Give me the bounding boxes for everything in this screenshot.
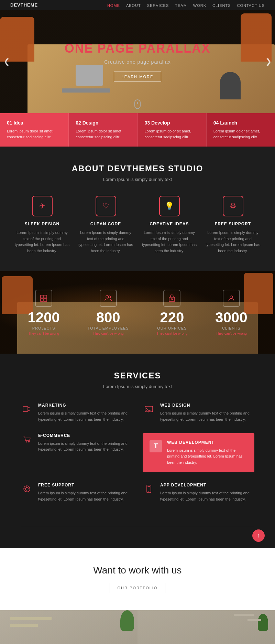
divider-section: ↑ bbox=[0, 520, 275, 548]
service-webdesign-title: WEB DESIGN bbox=[160, 403, 254, 408]
feature-creative-ideas-title: CREATIVE IDEAS bbox=[141, 222, 198, 226]
navbar: DEVTHEME HOME ABOUT SERVICES TEAM WORK C… bbox=[0, 0, 275, 10]
nav-item-contact[interactable]: CONTACT US bbox=[237, 3, 265, 8]
nav-logo[interactable]: DEVTHEME bbox=[10, 2, 38, 8]
cta-section: Want to work with us OUR PORTFOLIO bbox=[0, 548, 275, 610]
stat-employees-desc: They can't be wrong bbox=[88, 332, 129, 335]
hero-title-plain: ONE PAGE bbox=[65, 41, 139, 55]
nav-item-services[interactable]: SERVICES bbox=[147, 3, 169, 8]
stat-offices-number: 220 bbox=[157, 310, 188, 325]
service-webdesign-text: Lorem ipsum is simply dummy text of the … bbox=[160, 410, 254, 422]
nav-item-clients[interactable]: CLIENTS bbox=[212, 3, 231, 8]
stat-clients-number: 3000 bbox=[215, 310, 247, 325]
service-webdev-title: WEB DEVELOPMENT bbox=[167, 440, 248, 445]
step-1-title: 01 Idea bbox=[7, 120, 62, 126]
offices-icon bbox=[163, 290, 180, 307]
feature-sleek-design-text: Lorem Ipsum is simply dummy text of the … bbox=[14, 230, 70, 254]
stat-clients-desc: They can't be wrong bbox=[215, 332, 247, 335]
nav-item-team[interactable]: TEAM bbox=[175, 3, 187, 8]
nav-item-home[interactable]: HOME bbox=[107, 3, 120, 8]
stat-projects-desc: They can't be wrong bbox=[28, 332, 59, 335]
service-webdev-content: WEB DEVELOPMENT Lorem ipsum is simply du… bbox=[167, 440, 248, 466]
service-freesupport-text: Lorem ipsum is simply dummy text of the … bbox=[38, 490, 132, 502]
service-appdev: APP DEVELOPMENT Lorem ipsum is simply du… bbox=[143, 483, 254, 502]
nav-item-about[interactable]: ABOUT bbox=[126, 3, 141, 8]
nav-links: HOME ABOUT SERVICES TEAM WORK CLIENTS CO… bbox=[107, 2, 265, 8]
stat-employees: 800 TOTAL EMPLOYEES They can't be wrong bbox=[88, 290, 129, 335]
stats-content: 1200 PROJECTS They can't be wrong 800 TO… bbox=[0, 271, 275, 354]
hero-title: ONE PAGE PARALLAX bbox=[65, 41, 211, 56]
service-ecommerce-text: Lorem ipsum is simply dummy text of the … bbox=[38, 441, 132, 453]
feature-free-support: ⚙ FREE SUPPORT Lorem Ipsum is simply dum… bbox=[205, 196, 261, 254]
hero-learn-more-button[interactable]: LEARN MORE bbox=[114, 72, 162, 82]
feature-sleek-design-title: SLEEK DESIGN bbox=[14, 222, 70, 226]
feature-free-support-title: FREE SUPPORT bbox=[205, 222, 261, 226]
hero-next-arrow[interactable]: ❯ bbox=[265, 57, 272, 66]
svg-rect-2 bbox=[41, 299, 43, 301]
portfolio-image-right: 🌿 bbox=[138, 610, 275, 644]
hero-prev-arrow[interactable]: ❮ bbox=[3, 57, 10, 66]
step-1-text: Lorem ipsum dolor sit amet, consetetur s… bbox=[7, 128, 62, 140]
stat-employees-label: TOTAL EMPLOYEES bbox=[88, 326, 129, 330]
feature-free-support-text: Lorem Ipsum is simply dummy text of the … bbox=[205, 230, 261, 254]
features-grid: ✈ SLEEK DESIGN Lorem Ipsum is simply dum… bbox=[14, 196, 261, 254]
services-section: SERVICES Lorem Ipsum is simply dummy tex… bbox=[0, 354, 275, 519]
service-ecommerce-content: E-COMMERCE Lorem ipsum is simply dummy t… bbox=[38, 433, 132, 453]
about-subtitle: Lorem Ipsum is simply dummy text bbox=[14, 177, 261, 182]
stat-projects: 1200 PROJECTS They can't be wrong bbox=[28, 290, 59, 335]
nav-item-work[interactable]: WORK bbox=[193, 3, 206, 8]
feature-creative-ideas: 💡 CREATIVE IDEAS Lorem Ipsum is simply d… bbox=[141, 196, 198, 254]
stat-clients: 3000 CLIENTS They can't be wrong bbox=[215, 290, 247, 335]
hero-subtitle: Creative one page parallax bbox=[65, 59, 211, 65]
service-webdev: T WEB DEVELOPMENT Lorem ipsum is simply … bbox=[143, 433, 254, 473]
marketing-icon bbox=[21, 403, 33, 415]
stat-offices: 220 OUR OFFICES They can't be wrong bbox=[157, 290, 188, 335]
freesupport-icon bbox=[21, 483, 33, 495]
step-2: 02 Design Lorem ipsum dolor sit amet, co… bbox=[69, 113, 138, 147]
appdev-icon bbox=[143, 483, 155, 495]
step-3-text: Lorem ipsum dolor sit amet, consetetur s… bbox=[145, 128, 199, 140]
svg-point-7 bbox=[171, 299, 173, 300]
svg-rect-3 bbox=[44, 299, 47, 301]
stat-offices-desc: They can't be wrong bbox=[157, 332, 188, 335]
stat-employees-number: 800 bbox=[88, 310, 129, 325]
feature-sleek-design: ✈ SLEEK DESIGN Lorem Ipsum is simply dum… bbox=[14, 196, 70, 254]
service-appdev-title: APP DEVELOPMENT bbox=[160, 483, 254, 487]
svg-rect-0 bbox=[41, 295, 43, 298]
free-support-icon: ⚙ bbox=[223, 196, 243, 216]
svg-point-8 bbox=[230, 296, 233, 299]
scroll-up-button[interactable]: ↑ bbox=[252, 529, 265, 542]
service-webdev-text: Lorem ipsum is simply dummy text of the … bbox=[167, 448, 248, 466]
hero-section: ❮ ONE PAGE PARALLAX Creative one page pa… bbox=[0, 10, 275, 113]
sleek-design-icon: ✈ bbox=[32, 196, 53, 216]
webdev-icon: T bbox=[150, 440, 162, 452]
step-3-title: 03 Develop bbox=[145, 120, 199, 126]
portfolio-section: 🌿 bbox=[0, 610, 275, 644]
service-freesupport-content: FREE SUPPORT Lorem ipsum is simply dummy… bbox=[38, 483, 132, 502]
scroll-up-area: ↑ bbox=[0, 527, 275, 544]
step-2-title: 02 Design bbox=[76, 120, 130, 126]
svg-rect-10 bbox=[145, 406, 153, 412]
stats-section: 1200 PROJECTS They can't be wrong 800 TO… bbox=[0, 271, 275, 354]
svg-rect-6 bbox=[169, 297, 175, 301]
portfolio-image-left bbox=[0, 610, 138, 644]
hero-content: ONE PAGE PARALLAX Creative one page para… bbox=[65, 41, 211, 82]
stat-offices-label: OUR OFFICES bbox=[157, 326, 188, 330]
projects-icon bbox=[35, 290, 52, 307]
scroll-indicator bbox=[134, 99, 141, 109]
services-subtitle: Lorem Ipsum is simply dummy text bbox=[21, 384, 254, 389]
step-1: 01 Idea Lorem ipsum dolor sit amet, cons… bbox=[0, 113, 69, 147]
stat-projects-number: 1200 bbox=[28, 310, 59, 325]
feature-creative-ideas-text: Lorem Ipsum is simply dummy text of the … bbox=[141, 230, 198, 254]
cta-portfolio-button[interactable]: OUR PORTFOLIO bbox=[110, 583, 166, 593]
step-2-text: Lorem ipsum dolor sit amet, consetetur s… bbox=[76, 128, 130, 140]
feature-clean-code-title: CLEAN CODE bbox=[77, 222, 134, 226]
services-title: SERVICES bbox=[21, 371, 254, 380]
service-appdev-text: Lorem ipsum is simply dummy text of the … bbox=[160, 490, 254, 502]
service-marketing-text: Lorem ipsum is simply dummy text of the … bbox=[38, 410, 132, 422]
service-ecommerce: E-COMMERCE Lorem ipsum is simply dummy t… bbox=[21, 433, 132, 473]
stat-projects-label: PROJECTS bbox=[28, 326, 59, 330]
feature-clean-code-text: Lorem Ipsum is simply dummy text of the … bbox=[77, 230, 134, 254]
svg-point-16 bbox=[148, 491, 149, 492]
step-4-text: Lorem ipsum dolor sit amet, consetetur s… bbox=[213, 128, 268, 140]
